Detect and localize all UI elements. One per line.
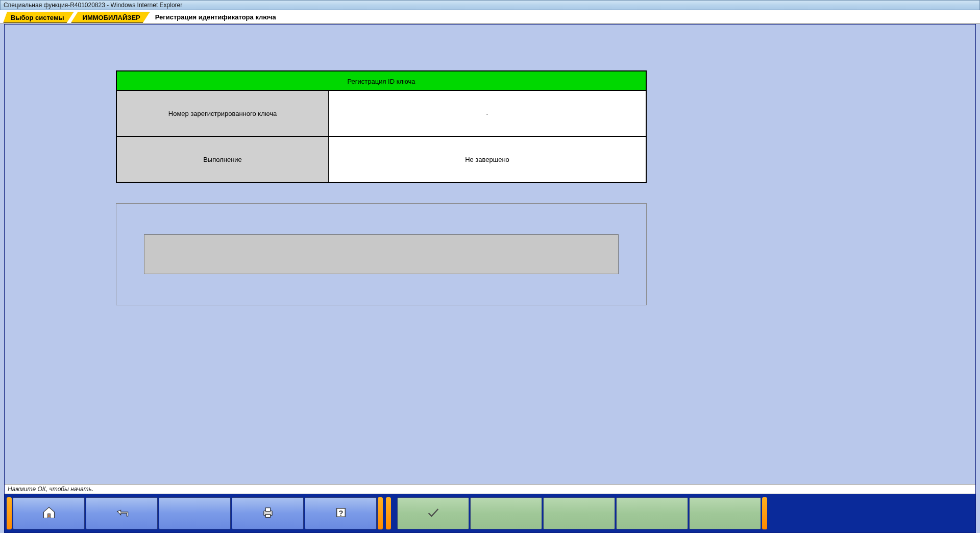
print-button[interactable] [232, 497, 304, 529]
svg-text:?: ? [338, 509, 343, 517]
svg-rect-0 [48, 515, 50, 518]
toolbar-right-edge [762, 497, 767, 529]
status-text: Нажмите ОК, чтобы начать. [8, 486, 93, 493]
check-icon [426, 505, 440, 521]
table-header: Регистрация ID ключа [116, 70, 647, 91]
svg-rect-3 [265, 515, 270, 518]
status-bar: Нажмите ОК, чтобы начать. [5, 484, 975, 494]
breadcrumb-label: ИММОБИЛАЙЗЕР [83, 14, 140, 21]
table-header-text: Регистрация ID ключа [347, 78, 415, 85]
print-icon [261, 505, 275, 521]
back-button[interactable] [86, 497, 158, 529]
svg-rect-2 [265, 508, 270, 512]
window-title-bar: Специальная функция-R401020823 - Windows… [0, 0, 980, 10]
bottom-toolbar: ? [5, 494, 975, 532]
help-button[interactable]: ? [305, 497, 377, 529]
breadcrumb-item-immobilizer[interactable]: ИММОБИЛАЙЗЕР [71, 12, 150, 23]
cell-label-execution: Выполнение [116, 137, 328, 183]
home-button[interactable] [13, 497, 85, 529]
table-row: Выполнение Не завершено [116, 137, 647, 183]
help-icon: ? [335, 507, 347, 520]
blank-g2[interactable] [543, 497, 615, 529]
blank-button-1[interactable] [159, 497, 231, 529]
toolbar-mid-edge-l [378, 497, 383, 529]
breadcrumb-label: Выбор системы [11, 14, 64, 21]
toolbar-group-right [396, 496, 762, 530]
ok-button[interactable] [397, 497, 469, 529]
app-body: Регистрация ID ключа Номер зарегистриров… [4, 24, 976, 533]
table-row: Номер зарегистрированного ключа - [116, 91, 647, 137]
toolbar-mid-edge-r [386, 497, 391, 529]
back-icon [115, 505, 129, 521]
breadcrumb-current: Регистрация идентификатора ключа [155, 12, 276, 23]
breadcrumb-current-label: Регистрация идентификатора ключа [155, 13, 276, 21]
cell-value-registered-key-number: - [328, 91, 647, 137]
cell-value-execution: Не завершено [328, 137, 647, 183]
blank-g3[interactable] [616, 497, 688, 529]
toolbar-group-left: ? [12, 496, 378, 530]
info-panel-inner [144, 234, 619, 274]
window-title: Специальная функция-R401020823 - Windows… [4, 2, 182, 9]
cell-label-registered-key-number: Номер зарегистрированного ключа [116, 91, 328, 137]
breadcrumb-bar: Выбор системы ИММОБИЛАЙЗЕР Регистрация и… [0, 10, 980, 24]
main-area: Регистрация ID ключа Номер зарегистриров… [5, 25, 975, 532]
blank-g4[interactable] [689, 497, 761, 529]
breadcrumb-item-system-select[interactable]: Выбор системы [3, 12, 74, 23]
blank-g1[interactable] [470, 497, 542, 529]
toolbar-left-edge [7, 497, 12, 529]
key-registration-table: Регистрация ID ключа Номер зарегистриров… [116, 70, 647, 183]
home-icon [42, 505, 56, 521]
info-panel [116, 203, 647, 305]
